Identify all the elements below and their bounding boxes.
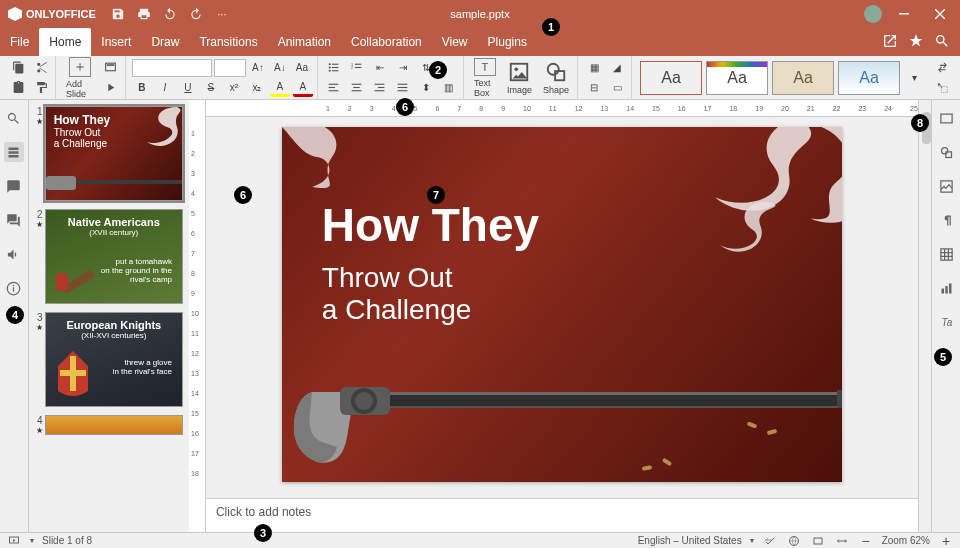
slide-subtitle[interactable]: Throw Out a Challenge [322, 262, 471, 326]
select-all-button[interactable] [932, 79, 952, 97]
slides-panel-icon[interactable] [4, 142, 24, 162]
change-case-button[interactable]: Aa [292, 59, 312, 77]
text-box-button[interactable]: T Text Box [470, 58, 500, 98]
menu-view[interactable]: View [432, 28, 478, 56]
line-spacing-button[interactable]: ⇅ [416, 59, 436, 77]
menu-file[interactable]: File [0, 28, 39, 56]
align-justify-button[interactable] [393, 79, 413, 97]
theme-more-button[interactable]: ▾ [904, 69, 924, 87]
comments-icon[interactable] [4, 176, 24, 196]
vertical-scrollbar[interactable] [918, 100, 932, 532]
fit-page-icon[interactable] [810, 534, 826, 548]
paste-button[interactable] [8, 79, 28, 97]
font-size-select[interactable] [214, 59, 246, 77]
menu-insert[interactable]: Insert [91, 28, 141, 56]
search-icon[interactable] [934, 33, 950, 52]
underline-button[interactable]: U [178, 79, 198, 97]
menu-collaboration[interactable]: Collaboration [341, 28, 432, 56]
theme-3[interactable]: Aa [772, 61, 834, 95]
vertical-ruler: 123456789101112131415161718 [189, 100, 206, 532]
more-icon[interactable]: ··· [214, 6, 230, 22]
redo-icon[interactable] [188, 6, 204, 22]
slide-settings-icon[interactable] [936, 108, 956, 128]
columns-button[interactable]: ▥ [439, 79, 459, 97]
decrease-font-button[interactable]: A↓ [270, 59, 290, 77]
align-center-button[interactable] [347, 79, 367, 97]
favorite-icon[interactable] [908, 33, 924, 52]
spellcheck-icon[interactable]: abc [762, 534, 778, 548]
bullets-button[interactable] [324, 59, 344, 77]
cut-button[interactable] [31, 59, 51, 77]
slide-canvas[interactable]: How They Throw Out a Challenge [282, 127, 842, 482]
doc-lang-icon[interactable] [786, 534, 802, 548]
slide-title[interactable]: How They [322, 202, 539, 248]
theme-2[interactable]: Aa [706, 61, 768, 95]
undo-icon[interactable] [162, 6, 178, 22]
print-icon[interactable] [136, 6, 152, 22]
menu-animation[interactable]: Animation [268, 28, 341, 56]
close-button[interactable] [926, 4, 954, 24]
image-button[interactable]: Image [503, 58, 536, 98]
align-objects-button[interactable]: ⊟ [584, 79, 604, 97]
shape-outline-button[interactable]: ▭ [607, 79, 627, 97]
arrange-button[interactable]: ▦ [584, 59, 604, 77]
slide-thumbnail-4[interactable] [45, 415, 183, 435]
zoom-in-button[interactable]: + [938, 534, 954, 548]
zoom-out-button[interactable]: − [858, 534, 874, 548]
strike-button[interactable]: S [201, 79, 221, 97]
language-selector[interactable]: English – United States [638, 535, 742, 546]
user-avatar[interactable] [864, 5, 882, 23]
menu-transitions[interactable]: Transitions [189, 28, 267, 56]
text-art-settings-icon[interactable]: Ta [936, 312, 956, 332]
bold-button[interactable]: B [132, 79, 152, 97]
font-family-select[interactable] [132, 59, 212, 77]
replace-button[interactable] [932, 59, 952, 77]
superscript-button[interactable]: x² [224, 79, 244, 97]
increase-indent-button[interactable]: ⇥ [393, 59, 413, 77]
decrease-indent-button[interactable]: ⇤ [370, 59, 390, 77]
menu-draw[interactable]: Draw [141, 28, 189, 56]
open-location-icon[interactable] [882, 33, 898, 52]
add-slide-button[interactable]: ＋ Add Slide [62, 58, 98, 98]
fit-width-icon[interactable] [834, 534, 850, 548]
italic-button[interactable]: I [155, 79, 175, 97]
zoom-level[interactable]: Zoom 62% [882, 535, 930, 546]
theme-4[interactable]: Aa [838, 61, 900, 95]
theme-gallery[interactable]: Aa Aa Aa Aa ▾ [634, 61, 930, 95]
find-icon[interactable] [4, 108, 24, 128]
font-color-button[interactable]: A [293, 79, 313, 97]
format-painter-button[interactable] [31, 79, 51, 97]
subscript-button[interactable]: x₂ [247, 79, 267, 97]
presentation-mode-icon[interactable] [6, 534, 22, 548]
increase-font-button[interactable]: A↑ [248, 59, 268, 77]
align-right-button[interactable] [370, 79, 390, 97]
canvas[interactable]: How They Throw Out a Challenge [206, 117, 918, 498]
menu-plugins[interactable]: Plugins [478, 28, 537, 56]
numbering-button[interactable]: 12 [347, 59, 367, 77]
copy-button[interactable] [8, 59, 28, 77]
vertical-align-button[interactable]: ⬍ [416, 79, 436, 97]
align-left-button[interactable] [324, 79, 344, 97]
theme-1[interactable]: Aa [640, 61, 702, 95]
table-settings-icon[interactable] [936, 244, 956, 264]
chat-icon[interactable] [4, 210, 24, 230]
image-settings-icon[interactable] [936, 176, 956, 196]
slide-thumbnail-1[interactable]: How They Throw Out a Challenge [45, 106, 183, 201]
slide-thumbnail-3[interactable]: European Knights (XII-XVI centuries) thr… [45, 312, 183, 407]
slide-thumbnail-2[interactable]: Native Americans (XVII century) put a to… [45, 209, 183, 304]
menu-home[interactable]: Home [39, 28, 91, 56]
paragraph-settings-icon[interactable] [936, 210, 956, 230]
slide-thumbnails[interactable]: 1★ How They Throw Out a Challenge 2★ Nat… [29, 100, 189, 532]
shape-button[interactable]: Shape [539, 58, 573, 98]
slide-layout-button[interactable] [101, 59, 121, 77]
shape-fill-button[interactable]: ◢ [607, 59, 627, 77]
shape-settings-icon[interactable] [936, 142, 956, 162]
start-slideshow-button[interactable] [101, 79, 121, 97]
minimize-button[interactable] [890, 4, 918, 24]
highlight-button[interactable]: A [270, 79, 290, 97]
about-icon[interactable] [4, 278, 24, 298]
feedback-icon[interactable] [4, 244, 24, 264]
save-icon[interactable] [110, 6, 126, 22]
notes-pane[interactable]: Click to add notes [206, 498, 918, 532]
chart-settings-icon[interactable] [936, 278, 956, 298]
